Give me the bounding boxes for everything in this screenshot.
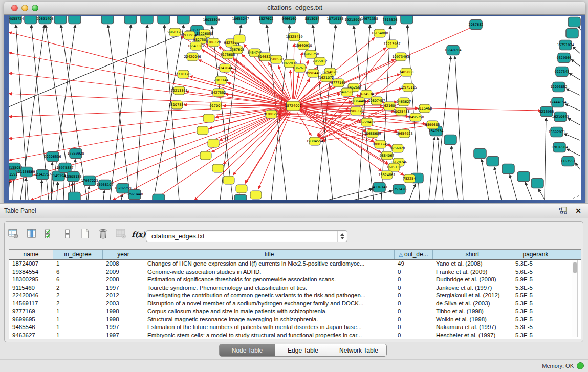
table-cell[interactable]: Wolkin et al. (1998) — [433, 316, 512, 324]
network-node[interactable]: 17016504 — [551, 143, 568, 152]
network-node[interactable]: 14055724 — [9, 16, 24, 24]
table-selector-dropdown[interactable]: citations_edges.txt — [146, 230, 347, 242]
network-node[interactable]: 20691406 — [36, 16, 53, 24]
table-cell[interactable]: 1997 — [103, 323, 144, 332]
delete-column-button[interactable] — [97, 228, 109, 240]
network-node[interactable]: 7515526 — [383, 16, 398, 25]
scrollbar-thumb[interactable] — [573, 262, 577, 273]
network-node[interactable] — [474, 149, 486, 159]
table-cell[interactable]: 9699695 — [9, 316, 53, 324]
table-cell[interactable]: 9777169 — [9, 308, 53, 316]
table-cell[interactable]: 2009 — [103, 268, 144, 276]
table-cell[interactable]: Corpus callosum shape and size in male p… — [144, 308, 395, 316]
network-node[interactable] — [177, 16, 189, 24]
network-node[interactable] — [208, 139, 219, 147]
network-node[interactable]: 19654923 — [396, 129, 412, 138]
network-node[interactable]: 10653247 — [232, 16, 249, 24]
table-cell[interactable]: 5.3E-5 — [512, 316, 559, 324]
window-titlebar[interactable]: citations_edges.txt — [4, 2, 585, 15]
table-row[interactable]: 1938455462009Genome-wide association stu… — [9, 268, 581, 276]
table-row[interactable]: 2242004622012Investigating the contribut… — [9, 292, 581, 300]
network-node[interactable]: 9329966 — [557, 53, 572, 63]
network-node[interactable]: 12093852 — [550, 82, 567, 92]
network-node[interactable]: 10719155 — [326, 16, 343, 24]
table-cell[interactable]: 0 — [395, 308, 433, 316]
network-node[interactable]: 62160 — [384, 102, 395, 110]
network-node[interactable]: 16210643 — [552, 112, 569, 122]
network-node[interactable]: 17957223 — [81, 176, 98, 186]
network-node[interactable]: 2087682 — [469, 20, 484, 30]
network-node[interactable]: 16154808 — [371, 29, 388, 37]
table-cell[interactable]: 1998 — [103, 316, 144, 324]
table-cell[interactable]: 9463627 — [9, 332, 53, 340]
network-node[interactable]: 11156869 — [18, 167, 35, 177]
network-node[interactable]: 2803144 — [214, 76, 229, 84]
table-cell[interactable]: 2 — [53, 300, 103, 308]
network-node[interactable]: 9175685 — [221, 51, 235, 59]
column-header-pagerank[interactable]: pagerank — [512, 250, 559, 259]
table-cell[interactable]: 49 — [395, 260, 433, 268]
network-node[interactable]: 20206536 — [44, 152, 61, 162]
network-node[interactable] — [517, 172, 530, 182]
network-node[interactable]: 12342757 — [34, 170, 51, 180]
network-node[interactable] — [568, 17, 580, 27]
network-node[interactable]: 16648784 — [444, 46, 461, 55]
network-node[interactable]: 12923448 — [126, 190, 143, 200]
network-node[interactable]: 15692971 — [548, 127, 565, 137]
network-node[interactable]: 8215955 — [539, 107, 554, 117]
network-node[interactable]: 752254 — [403, 174, 416, 183]
table-cell[interactable]: 1 — [53, 308, 103, 316]
table-cell[interactable]: Franke et al. (2009) — [433, 268, 512, 276]
network-node[interactable]: 16033809 — [203, 16, 220, 25]
network-node[interactable]: 19218906 — [344, 16, 361, 25]
table-cell[interactable]: Dudbridge et al. (2008) — [433, 276, 512, 284]
network-node[interactable]: 8186328 — [206, 38, 221, 47]
network-node[interactable]: 9899685 — [425, 121, 440, 129]
network-node[interactable] — [124, 16, 137, 24]
network-node[interactable]: 7485063 — [399, 68, 414, 76]
create-column-button[interactable] — [79, 228, 91, 240]
network-node[interactable]: 9463627 — [397, 98, 411, 106]
table-cell[interactable]: 5.3E-5 — [512, 300, 559, 308]
table-cell[interactable]: 6 — [53, 276, 103, 284]
network-node[interactable]: 14671358 — [361, 16, 378, 24]
column-header-out-de-[interactable]: △out_de... — [395, 250, 433, 259]
network-node[interactable]: 7986372 — [349, 107, 364, 115]
table-cell[interactable]: 0 — [395, 323, 433, 332]
network-node[interactable]: 9115460 — [418, 104, 432, 113]
network-node[interactable]: 9756928 — [390, 144, 405, 152]
unselect-all-button[interactable] — [61, 228, 73, 240]
table-cell[interactable]: 0 — [395, 300, 433, 308]
table-cell[interactable]: 2 — [53, 292, 103, 300]
network-node[interactable]: 9242844 — [218, 64, 233, 72]
network-node[interactable]: 9884067 — [380, 151, 395, 160]
resize-grip-icon[interactable] — [573, 192, 580, 199]
column-header-in-degree[interactable]: in_degree — [53, 250, 103, 259]
table-cell[interactable]: Estimation of the future numbers of pati… — [144, 323, 395, 332]
table-cell[interactable]: 14569117 — [9, 300, 53, 308]
network-node[interactable] — [401, 16, 413, 24]
network-node[interactable]: 14136141 — [371, 183, 387, 192]
table-row[interactable]: 946554611997Estimation of the future num… — [9, 323, 581, 332]
network-node[interactable] — [54, 16, 67, 24]
table-cell[interactable]: Tibbo et al. (1998) — [433, 308, 512, 316]
network-node[interactable] — [203, 114, 214, 122]
table-cell[interactable]: Changes of HCN gene expression and I(f) … — [144, 260, 395, 268]
table-cell[interactable]: 18724007 — [9, 260, 53, 268]
network-node[interactable] — [531, 179, 543, 188]
table-cell[interactable]: 0 — [395, 284, 433, 292]
table-vertical-scrollbar[interactable] — [572, 260, 578, 337]
select-all-button[interactable] — [43, 228, 55, 240]
close-panel-button[interactable]: ✕ — [574, 206, 583, 215]
table-cell[interactable]: 2003 — [103, 300, 144, 308]
table-cell[interactable]: 5.3E-5 — [512, 308, 559, 316]
network-node[interactable]: 15640910 — [295, 41, 312, 50]
network-node[interactable]: 10688609 — [364, 129, 381, 138]
network-node[interactable]: 9960123 — [168, 28, 183, 36]
table-cell[interactable]: 0 — [395, 292, 433, 300]
table-mode-button[interactable] — [7, 228, 19, 240]
network-node[interactable]: 18495758 — [407, 113, 424, 121]
table-cell[interactable]: Estimation of significance thresholds fo… — [144, 276, 395, 284]
table-cell[interactable]: 1 — [53, 316, 103, 324]
network-node[interactable]: 12213967 — [383, 40, 400, 48]
